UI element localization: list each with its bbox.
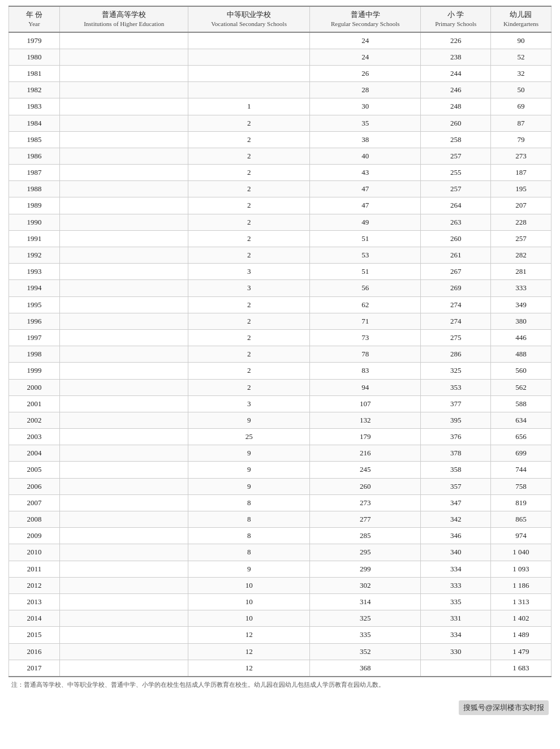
higher-cell: [60, 412, 188, 428]
higher-cell: [60, 643, 188, 660]
table-row: 19822824650: [9, 82, 552, 98]
table-row: 2013103143351 313: [9, 593, 552, 610]
table-row: 20013107377588: [9, 395, 552, 412]
year-cell: 1986: [9, 148, 60, 164]
vocational-cell: 9: [188, 462, 310, 478]
higher-cell: [60, 544, 188, 561]
year-cell: 1984: [9, 115, 60, 131]
kindergarten-cell: 865: [490, 511, 551, 528]
year-cell: 1981: [9, 65, 60, 81]
kindergarten-cell: 588: [490, 395, 551, 412]
table-row: 19812624432: [9, 65, 552, 81]
year-cell: 1998: [9, 346, 60, 363]
vocational-cell: 2: [188, 197, 310, 214]
table-row: 1992253261282: [9, 247, 552, 264]
primary-cell: 342: [421, 511, 490, 528]
higher-cell: [60, 32, 188, 49]
year-cell: 1990: [9, 214, 60, 230]
table-row: 1995262274349: [9, 296, 552, 313]
year-cell: 2008: [9, 511, 60, 528]
kindergarten-cell: 1 313: [490, 593, 551, 610]
vocational-cell: 2: [188, 379, 310, 395]
table-row: 200325179376656: [9, 429, 552, 445]
primary-cell: 357: [421, 478, 490, 494]
secondary-header: 普通中学 Regular Secondary Schools: [309, 6, 421, 32]
primary-cell: 340: [421, 544, 490, 561]
secondary-cell: 352: [309, 643, 421, 660]
primary-cell: 358: [421, 462, 490, 478]
vocational-cell: 9: [188, 478, 310, 494]
higher-cell: [60, 660, 188, 677]
higher-header: 普通高等学校 Institutions of Higher Education: [60, 6, 188, 32]
table-row: 1987243255187: [9, 165, 552, 181]
kindergarten-cell: 974: [490, 528, 551, 544]
vocational-cell: 10: [188, 610, 310, 627]
table-row: 1990249263228: [9, 214, 552, 230]
primary-cell: 238: [421, 49, 490, 65]
year-cell: 1997: [9, 329, 60, 346]
higher-cell: [60, 478, 188, 494]
vocational-cell: 2: [188, 148, 310, 164]
kindergarten-cell: 819: [490, 494, 551, 511]
kindergarten-cell: 52: [490, 49, 551, 65]
higher-cell: [60, 115, 188, 131]
vocational-cell: 9: [188, 445, 310, 462]
higher-cell: [60, 214, 188, 230]
vocational-cell: 8: [188, 544, 310, 561]
table-row: 201082953401 040: [9, 544, 552, 561]
secondary-cell: 245: [309, 462, 421, 478]
vocational-cell: 8: [188, 511, 310, 528]
kindergarten-cell: 273: [490, 148, 551, 164]
vocational-cell: 2: [188, 346, 310, 363]
kindergarten-cell: 634: [490, 412, 551, 428]
year-cell: 2004: [9, 445, 60, 462]
secondary-cell: 368: [309, 660, 421, 677]
vocational-cell: 3: [188, 264, 310, 280]
kindergarten-cell: 349: [490, 296, 551, 313]
year-cell: 2011: [9, 561, 60, 577]
higher-cell: [60, 429, 188, 445]
kindergarten-cell: 187: [490, 165, 551, 181]
secondary-cell: 325: [309, 610, 421, 627]
higher-cell: [60, 165, 188, 181]
secondary-cell: 49: [309, 214, 421, 230]
secondary-cell: 26: [309, 65, 421, 81]
table-container: 年 份 Year 普通高等学校 Institutions of Higher E…: [0, 0, 560, 695]
vocational-cell: [188, 65, 310, 81]
kindergarten-cell: 560: [490, 363, 551, 379]
table-row: 198423526087: [9, 115, 552, 131]
higher-cell: [60, 280, 188, 296]
primary-cell: 347: [421, 494, 490, 511]
footnote: 注：普通高等学校、中等职业学校、普通中学、小学的在校生包括成人学历教育在校生。幼…: [8, 681, 552, 689]
primary-cell: 395: [421, 412, 490, 428]
primary-cell: 325: [421, 363, 490, 379]
primary-cell: 261: [421, 247, 490, 264]
primary-cell: 260: [421, 115, 490, 131]
vocational-cell: [188, 32, 310, 49]
secondary-cell: 24: [309, 32, 421, 49]
kindergarten-cell: 281: [490, 264, 551, 280]
primary-cell: 257: [421, 148, 490, 164]
kindergarten-cell: 333: [490, 280, 551, 296]
year-cell: 1983: [9, 98, 60, 115]
primary-cell: 226: [421, 32, 490, 49]
higher-cell: [60, 561, 188, 577]
table-row: 20078273347819: [9, 494, 552, 511]
higher-cell: [60, 445, 188, 462]
secondary-cell: 314: [309, 593, 421, 610]
kindergarten-cell: 1 402: [490, 610, 551, 627]
year-cell: 1995: [9, 296, 60, 313]
table-row: 2015123353341 489: [9, 627, 552, 643]
higher-cell: [60, 181, 188, 197]
table-row: 20069260357758: [9, 478, 552, 494]
vocational-cell: 2: [188, 165, 310, 181]
vocational-cell: 25: [188, 429, 310, 445]
year-cell: 1985: [9, 131, 60, 148]
vocational-cell: 2: [188, 115, 310, 131]
year-cell: 2010: [9, 544, 60, 561]
kindergarten-cell: 228: [490, 214, 551, 230]
table-row: 20029132395634: [9, 412, 552, 428]
table-row: 1998278286488: [9, 346, 552, 363]
secondary-cell: 302: [309, 577, 421, 593]
year-cell: 1988: [9, 181, 60, 197]
